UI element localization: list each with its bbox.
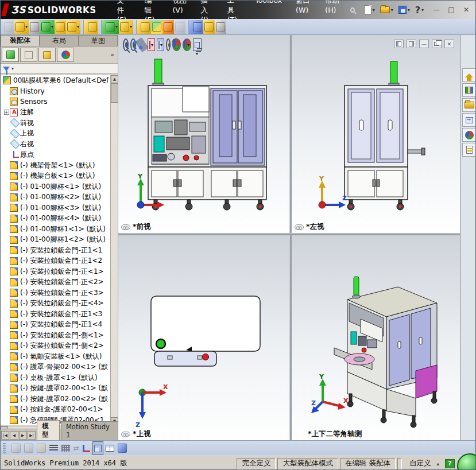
appearances-scenes-tab[interactable]: [462, 128, 476, 142]
measure-button[interactable]: [36, 441, 47, 455]
quick-tips-help-button[interactable]: ?: [445, 459, 455, 468]
tree-item-component[interactable]: + (-) 01-00腳杯<4> (默认): [1, 213, 111, 224]
curve-arrow[interactable]: [188, 20, 203, 34]
pane-right-button[interactable]: [407, 40, 416, 48]
design-library-tab[interactable]: [462, 83, 476, 97]
solidworks-resources-tab[interactable]: [462, 68, 476, 82]
configuration-manager-tab-button[interactable]: [38, 48, 56, 62]
zoom-to-fit[interactable]: [123, 38, 129, 51]
tab-nav-next-button[interactable]: ▶: [19, 431, 27, 440]
open-document-button[interactable]: ▾: [379, 5, 394, 14]
tree-root[interactable]: 00貼膜机苹果6 (Default<Def: [1, 75, 111, 86]
scrollbar-thumb[interactable]: [111, 83, 118, 103]
instant3d[interactable]: [174, 20, 185, 34]
exploded-view[interactable]: [136, 20, 151, 34]
tree-item-component[interactable]: + (-) 桌板-護罩<1> (默认): [1, 372, 111, 383]
viewport-iso[interactable]: Y X Z *上下二等角轴测: [292, 235, 460, 440]
large-assembly-warning[interactable]: [203, 20, 215, 34]
hide-show-items[interactable]: [166, 38, 171, 51]
command-tab[interactable]: 装配体: [1, 35, 40, 46]
tree-item-component[interactable]: + (-) 安裝拉鎖鈑金門-正<2>: [1, 277, 111, 288]
new-motion-study[interactable]: [162, 20, 174, 34]
tree-item-component[interactable]: + (-) 01-00腳杯<2> (默认): [1, 192, 111, 203]
status-customize[interactable]: 自定义 ▴: [404, 459, 445, 468]
tree-item-component[interactable]: + (-) 安裝拉鎖鈑金門-正1<2: [1, 256, 111, 267]
tree-item-component[interactable]: + (-) 01-00腳杯<1> (默认): [1, 181, 111, 192]
viewport-front[interactable]: Y *前视: [118, 35, 289, 233]
coordinate-system-button[interactable]: [82, 441, 91, 455]
3d-drawing-view-button[interactable]: [92, 441, 103, 455]
swap-arrows-button[interactable]: ⇄: [72, 441, 80, 455]
graphics-area[interactable]: — ✕: [118, 35, 460, 440]
tree-item-component[interactable]: + (-) 01-00腳杯1<2> (默认): [1, 235, 111, 246]
tree-vertical-scrollbar[interactable]: ▲ ▼: [110, 75, 118, 425]
panel-overflow-chevron[interactable]: »: [110, 51, 117, 59]
edit-appearance[interactable]: [172, 38, 181, 51]
minimize-button[interactable]: —: [431, 5, 442, 15]
grid-settings-button[interactable]: [60, 441, 71, 455]
toolbar-grip[interactable]: [3, 443, 6, 453]
rotate-component[interactable]: [66, 20, 80, 34]
previous-view[interactable]: [135, 37, 149, 52]
tree-item-component[interactable]: + (-) 按鈕盒-護罩02-00<1>: [1, 405, 111, 415]
tree-item-sensors[interactable]: + Sensors: [1, 96, 111, 107]
tab-nav-first-button[interactable]: |◀: [1, 431, 9, 440]
tree-item-component[interactable]: + (-) 安裝拉鎖鈑金門-正<1>: [1, 266, 111, 277]
tree-item-front-plane[interactable]: + 前视: [1, 118, 111, 129]
new-document-button[interactable]: ▾: [363, 4, 376, 15]
tree-item-component[interactable]: + (-) 01-00腳杯1<1> (默认): [1, 224, 111, 235]
file-explorer-tab[interactable]: [462, 98, 476, 112]
interference-detection[interactable]: [151, 20, 162, 34]
feature-manager-tab-button[interactable]: [2, 48, 19, 62]
mass-properties-button[interactable]: [10, 441, 22, 455]
doc-minimize-button[interactable]: —: [419, 40, 429, 48]
view-orientation[interactable]: [157, 38, 164, 51]
mate[interactable]: [40, 20, 55, 34]
expand-toggle[interactable]: +: [4, 110, 9, 115]
tree-item-component[interactable]: + (-) 01-00腳杯<3> (默认): [1, 203, 111, 213]
viewport-left[interactable]: Y Z *左视: [292, 35, 460, 233]
tree-item-annotations[interactable]: + 注解: [1, 107, 111, 118]
pane-left-button[interactable]: [394, 40, 404, 48]
doc-restore-button[interactable]: [432, 40, 442, 48]
scroll-up-button[interactable]: ▲: [111, 75, 118, 83]
command-tab[interactable]: 布局: [40, 35, 79, 46]
search-icon[interactable]: [350, 7, 355, 13]
help-button[interactable]: ?▾: [414, 3, 425, 17]
screen-capture[interactable]: [215, 20, 226, 34]
line-format-button[interactable]: [48, 441, 59, 455]
tree-item-component[interactable]: + (-) 安裝拉鎖鈑金門-正1<4: [1, 320, 111, 331]
custom-properties-tab[interactable]: [462, 143, 476, 157]
filter-funnel-icon[interactable]: [3, 67, 10, 71]
horizontal-splitter[interactable]: [118, 233, 460, 235]
smart-fasteners[interactable]: [83, 20, 98, 34]
close-button[interactable]: ✕: [460, 5, 472, 15]
view-palette-tab[interactable]: [462, 113, 476, 127]
viewport-top[interactable]: X Z *上视: [118, 235, 289, 440]
tree-item-component[interactable]: + (-) 安裝拉鎖鈑金門-側<1>: [1, 330, 111, 341]
tree-item-component[interactable]: + (-) 安裝拉鎖鈑金門-正1<3: [1, 309, 111, 320]
open-document[interactable]: [14, 20, 29, 34]
attachment[interactable]: [29, 20, 40, 34]
section-view[interactable]: [148, 38, 155, 51]
tree-item-component[interactable]: + (-) 安裝拉鎖鈑金門-正<4>: [1, 298, 111, 309]
tree-item-right-plane[interactable]: + 右视: [1, 139, 111, 150]
tree-item-component[interactable]: + (-) 安裝拉鎖鈑金門-正<3>: [1, 288, 111, 298]
tree-item-component[interactable]: + (-) 氣動安裝板<1> (默认): [1, 351, 111, 362]
save-button[interactable]: ▾: [397, 5, 411, 15]
vertical-splitter[interactable]: [289, 35, 292, 440]
doc-close-button[interactable]: ✕: [444, 40, 454, 48]
customize-arrow-icon[interactable]: ▴: [436, 461, 439, 467]
tab-model[interactable]: 模型: [37, 420, 60, 440]
tree-item-history[interactable]: + History: [1, 86, 111, 97]
property-manager-tab-button[interactable]: [20, 48, 37, 62]
command-tab[interactable]: 草图: [79, 35, 118, 46]
tree-item-top-plane[interactable]: + 上视: [1, 129, 111, 139]
tree-item-component[interactable]: + (-) 護罩-骨架02-00<1> (默: [1, 362, 111, 373]
insert-components[interactable]: [3, 20, 14, 34]
tree-item-component[interactable]: + (-) 按鍵-護罩02-00<1> (默: [1, 383, 111, 394]
component-pattern[interactable]: [55, 20, 66, 34]
tree-item-component[interactable]: + (-) 機架台板<1> (默认): [1, 171, 111, 182]
tree-item-origin[interactable]: + 原点: [1, 150, 111, 161]
assembly-features[interactable]: [101, 20, 119, 34]
